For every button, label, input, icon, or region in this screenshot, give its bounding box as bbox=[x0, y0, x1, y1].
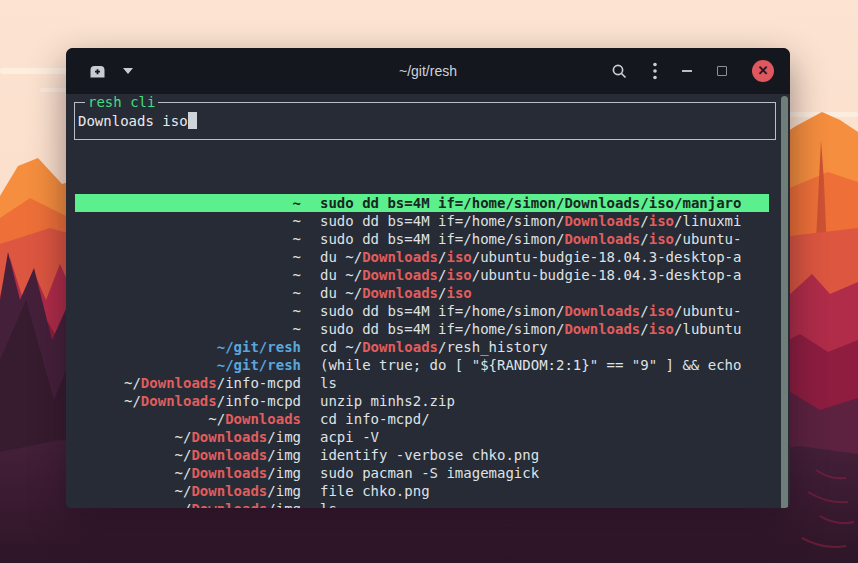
text-segment: ~/git/resh bbox=[217, 357, 301, 373]
text-segment: Downloads bbox=[191, 465, 267, 481]
text-segment: Downloads bbox=[141, 393, 217, 409]
text-segment: du ~/ bbox=[320, 267, 362, 283]
new-tab-icon[interactable] bbox=[88, 63, 107, 80]
history-row[interactable]: ~/Downloads/info-mcpdls bbox=[75, 374, 769, 392]
search-icon[interactable] bbox=[611, 63, 628, 80]
text-segment: ~ bbox=[293, 303, 301, 319]
text-segment: /linuxmi bbox=[674, 213, 741, 229]
row-command: du ~/Downloads/iso/ubuntu-budgie-18.04.3… bbox=[320, 248, 741, 266]
text-segment: ~ bbox=[293, 231, 301, 247]
text-segment: Downloads bbox=[191, 483, 267, 499]
scrollbar[interactable] bbox=[781, 96, 788, 508]
text-segment: identify -verbose chko.png bbox=[320, 447, 539, 463]
text-segment: Downloads bbox=[564, 231, 640, 247]
text-segment: Downloads bbox=[564, 213, 640, 229]
history-row[interactable]: ~sudo dd bs=4M if=/home/simon/Downloads/… bbox=[75, 230, 769, 248]
history-row[interactable]: ~/Downloadscd info-mcpd/ bbox=[75, 410, 769, 428]
text-segment: /ubuntu-budgie-18.04.3-desktop-a bbox=[472, 267, 742, 283]
history-row[interactable]: ~/git/reshcd ~/Downloads/resh_history bbox=[75, 338, 769, 356]
text-segment: ~ bbox=[293, 267, 301, 283]
history-list: ~sudo dd bs=4M if=/home/simon/Downloads/… bbox=[75, 194, 769, 508]
text-segment: Downloads bbox=[141, 375, 217, 391]
row-pwd: ~ bbox=[75, 284, 301, 302]
row-command: unzip minhs2.zip bbox=[320, 392, 455, 410]
text-segment: file chko.png bbox=[320, 483, 430, 499]
history-row[interactable]: ~du ~/Downloads/iso bbox=[75, 284, 769, 302]
history-row[interactable]: ~/Downloads/imgls bbox=[75, 500, 769, 508]
text-segment: /ubuntu-budgie-18.04.3-desktop-a bbox=[472, 249, 742, 265]
row-pwd: ~/Downloads/img bbox=[75, 446, 301, 464]
text-segment: cd info-mcpd/ bbox=[320, 411, 430, 427]
panel-title: resh cli bbox=[85, 94, 158, 110]
row-pwd: ~ bbox=[75, 230, 301, 248]
search-input[interactable]: Downloads iso bbox=[78, 112, 197, 129]
history-row[interactable]: ~/Downloads/imgidentify -verbose chko.pn… bbox=[75, 446, 769, 464]
text-segment: ls bbox=[320, 501, 337, 508]
row-pwd: ~/Downloads/img bbox=[75, 500, 301, 508]
text-segment: / bbox=[640, 195, 648, 211]
text-segment: iso bbox=[446, 249, 471, 265]
text-segment: ~ bbox=[293, 213, 301, 229]
text-segment: iso bbox=[649, 195, 674, 211]
text-segment: sudo dd bs=4M if=/home/simon/ bbox=[320, 195, 564, 211]
text-segment: sudo dd bs=4M if=/home/simon/ bbox=[320, 321, 564, 337]
text-segment: Downloads bbox=[191, 447, 267, 463]
row-command: file chko.png bbox=[320, 482, 430, 500]
text-segment: / bbox=[640, 213, 648, 229]
text-segment: (while true; do [ "${RANDOM:2:1}" == "9"… bbox=[320, 357, 741, 373]
row-command: ls bbox=[320, 374, 337, 392]
text-segment: unzip minhs2.zip bbox=[320, 393, 455, 409]
row-pwd: ~/Downloads/img bbox=[75, 482, 301, 500]
text-segment: /info-mcpd bbox=[217, 375, 301, 391]
text-segment: ~/ bbox=[175, 465, 192, 481]
terminal-content: resh cli Downloads iso ~sudo dd bs=4M if… bbox=[66, 94, 790, 508]
minimize-icon[interactable] bbox=[682, 70, 692, 72]
restore-icon[interactable] bbox=[717, 66, 727, 76]
close-icon[interactable]: ✕ bbox=[752, 60, 774, 82]
text-segment: du ~/ bbox=[320, 249, 362, 265]
history-row-selected[interactable]: ~sudo dd bs=4M if=/home/simon/Downloads/… bbox=[75, 194, 769, 212]
history-row[interactable]: ~du ~/Downloads/iso/ubuntu-budgie-18.04.… bbox=[75, 266, 769, 284]
history-row[interactable]: ~sudo dd bs=4M if=/home/simon/Downloads/… bbox=[75, 302, 769, 320]
text-segment: Downloads bbox=[362, 339, 438, 355]
history-row[interactable]: ~/Downloads/imgfile chko.png bbox=[75, 482, 769, 500]
text-segment: /manjaro bbox=[674, 195, 741, 211]
row-pwd: ~ bbox=[75, 302, 301, 320]
row-pwd: ~ bbox=[75, 248, 301, 266]
history-row[interactable]: ~/Downloads/imgsudo pacman -S imagemagic… bbox=[75, 464, 769, 482]
text-segment: ~/ bbox=[175, 483, 192, 499]
row-pwd: ~ bbox=[75, 320, 301, 338]
history-row[interactable]: ~sudo dd bs=4M if=/home/simon/Downloads/… bbox=[75, 320, 769, 338]
tab-switcher-caret-icon[interactable] bbox=[123, 68, 133, 74]
text-segment: ~ bbox=[293, 321, 301, 337]
history-row[interactable]: ~/Downloads/info-mcpdunzip minhs2.zip bbox=[75, 392, 769, 410]
history-row[interactable]: ~/Downloads/imgacpi -V bbox=[75, 428, 769, 446]
text-segment: ~/ bbox=[175, 429, 192, 445]
menu-kebab-icon[interactable] bbox=[653, 62, 657, 80]
text-segment: acpi -V bbox=[320, 429, 379, 445]
text-segment: /info-mcpd bbox=[217, 393, 301, 409]
text-segment: ~/ bbox=[175, 447, 192, 463]
row-command: (while true; do [ "${RANDOM:2:1}" == "9"… bbox=[320, 356, 741, 374]
text-segment: ~/ bbox=[124, 375, 141, 391]
text-segment: ~ bbox=[293, 249, 301, 265]
history-row[interactable]: ~sudo dd bs=4M if=/home/simon/Downloads/… bbox=[75, 212, 769, 230]
row-pwd: ~ bbox=[75, 266, 301, 284]
history-row[interactable]: ~du ~/Downloads/iso/ubuntu-budgie-18.04.… bbox=[75, 248, 769, 266]
text-segment: /img bbox=[267, 465, 301, 481]
row-command: cd ~/Downloads/resh_history bbox=[320, 338, 548, 356]
row-command: cd info-mcpd/ bbox=[320, 410, 430, 428]
text-segment: Downloads bbox=[362, 285, 438, 301]
text-segment: /img bbox=[267, 501, 301, 508]
text-segment: / bbox=[640, 231, 648, 247]
text-segment: ~/ bbox=[124, 393, 141, 409]
text-cursor bbox=[188, 112, 197, 129]
titlebar: ~/git/resh ✕ bbox=[66, 48, 790, 94]
text-segment: /resh_history bbox=[438, 339, 548, 355]
row-command: sudo dd bs=4M if=/home/simon/Downloads/i… bbox=[320, 230, 741, 248]
history-row[interactable]: ~/git/resh(while true; do [ "${RANDOM:2:… bbox=[75, 356, 769, 374]
row-pwd: ~/Downloads/img bbox=[75, 428, 301, 446]
text-segment: /img bbox=[267, 483, 301, 499]
row-pwd: ~ bbox=[75, 212, 301, 230]
text-segment: ~ bbox=[293, 195, 301, 211]
